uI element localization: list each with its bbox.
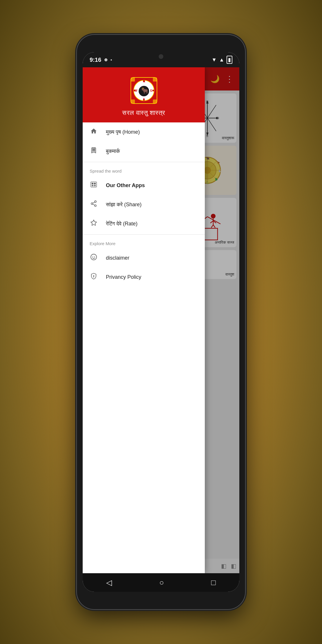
rate-label: रेटिंग देवे (Rate) xyxy=(106,221,138,227)
svg-point-61 xyxy=(95,205,96,207)
menu-item-home[interactable]: मुख्य पृष (Home) xyxy=(83,122,205,142)
svg-point-50 xyxy=(134,90,135,91)
notification-icon: ⊕ xyxy=(104,57,108,62)
smiley-icon xyxy=(90,254,98,262)
svg-rect-56 xyxy=(94,183,96,184)
drawer-menu: मुख्य पृष (Home) बुकमार्क Spread the wor… xyxy=(83,122,205,573)
svg-rect-53 xyxy=(94,148,95,152)
status-bar: 9:16 ⊕ ▪ ▼ ▲ ▮ xyxy=(83,52,239,67)
shield-icon xyxy=(90,273,98,281)
svg-point-59 xyxy=(95,201,96,202)
star-icon xyxy=(90,219,98,228)
store-icon xyxy=(90,181,98,190)
other-apps-label: Our Other Apps xyxy=(106,182,145,189)
svg-marker-64 xyxy=(91,220,97,225)
notch xyxy=(138,52,184,61)
drawer-header: N S E W 🐂 xyxy=(83,67,205,122)
wifi-icon: ▼ xyxy=(211,57,217,63)
svg-point-66 xyxy=(93,256,93,257)
app-name: सरल वास्तु शास्त्र xyxy=(122,109,165,117)
time: 9:16 xyxy=(90,57,101,63)
svg-rect-44 xyxy=(131,77,135,82)
home-icon xyxy=(90,128,98,136)
svg-point-51 xyxy=(152,90,154,91)
navigation-drawer: N S E W 🐂 xyxy=(83,67,205,573)
svg-point-60 xyxy=(91,203,93,205)
svg-rect-45 xyxy=(153,77,157,82)
svg-line-62 xyxy=(93,204,95,205)
disclaimer-label: disclaimer xyxy=(106,255,129,261)
svg-point-67 xyxy=(94,256,95,257)
battery-icon: ▮ xyxy=(227,56,232,64)
menu-item-bookmark[interactable]: बुकमार्क xyxy=(83,142,205,161)
svg-rect-57 xyxy=(92,185,93,186)
content-area: 🌙 ⋮ N S E W xyxy=(83,67,239,573)
svg-point-49 xyxy=(143,99,145,101)
share-icon xyxy=(90,200,98,209)
app-logo: N S E W 🐂 xyxy=(129,76,158,105)
svg-rect-54 xyxy=(91,182,97,187)
bookmark-icon xyxy=(90,147,98,155)
status-left: 9:16 ⊕ ▪ xyxy=(90,57,112,63)
home-button[interactable]: ○ xyxy=(159,578,164,587)
back-button[interactable]: ◁ xyxy=(106,578,112,587)
menu-item-disclaimer[interactable]: disclaimer xyxy=(83,248,205,267)
nav-bar: ◁ ○ □ xyxy=(83,573,239,592)
divider-1 xyxy=(83,162,205,162)
svg-rect-58 xyxy=(94,185,96,186)
recents-button[interactable]: □ xyxy=(211,578,216,587)
svg-rect-55 xyxy=(92,183,93,184)
privacy-label: Privancy Policy xyxy=(106,274,141,280)
svg-rect-46 xyxy=(131,100,135,104)
menu-item-privacy[interactable]: Privancy Policy xyxy=(83,267,205,287)
share-label: सांझा करे (Share) xyxy=(106,202,142,208)
status-icons: ▼ ▲ ▮ xyxy=(211,56,232,64)
menu-item-rate[interactable]: रेटिंग देवे (Rate) xyxy=(83,214,205,233)
bookmark-label: बुकमार्क xyxy=(106,148,120,154)
screen: 9:16 ⊕ ▪ ▼ ▲ ▮ 🌙 ⋮ xyxy=(83,52,239,592)
svg-rect-47 xyxy=(153,100,157,104)
signal-icon: ▲ xyxy=(219,57,224,63)
svg-text:E: E xyxy=(150,89,152,92)
svg-rect-52 xyxy=(92,148,93,152)
camera-dot xyxy=(159,54,163,59)
sim-icon: ▪ xyxy=(111,57,112,62)
menu-item-share[interactable]: सांझा करे (Share) xyxy=(83,195,205,214)
menu-item-other-apps[interactable]: Our Other Apps xyxy=(83,176,205,195)
phone-frame: 9:16 ⊕ ▪ ▼ ▲ ▮ 🌙 ⋮ xyxy=(77,35,245,609)
svg-point-65 xyxy=(91,254,97,260)
divider-2 xyxy=(83,234,205,235)
svg-text:🐂: 🐂 xyxy=(141,87,149,94)
svg-point-48 xyxy=(143,80,145,82)
explore-section-title: Explore More xyxy=(83,236,205,248)
svg-line-63 xyxy=(93,202,95,203)
home-label: मुख्य पृष (Home) xyxy=(106,129,140,135)
spread-section-title: Spread the word xyxy=(83,163,205,176)
